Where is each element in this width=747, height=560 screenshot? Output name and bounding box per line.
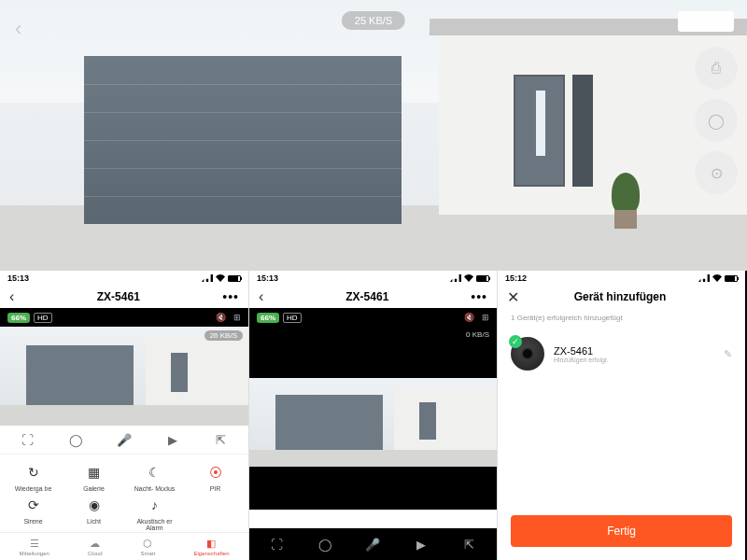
status-time: 15:13 [7,273,29,283]
tab-bar: ☰Mitteilungen ☁Cloud ⬡Smart ◧Eigenschaft… [0,532,248,560]
signal-icon [450,274,461,282]
success-subtitle: 1 Gerät(e) erfolgreich hinzugefügt [498,308,745,328]
grid-icon[interactable]: ⊞ [482,313,489,322]
status-bar: 15:13 [249,271,497,286]
nav-bar: ‹ ZX-5461 ••• [0,286,248,308]
nav-bar: ‹ ZX-5461 ••• [249,286,497,308]
feature-acoustic-alarm[interactable]: ♪Akustisch er Alarm [125,495,184,532]
battery-badge: 66% [7,313,30,323]
camera-feed[interactable]: 0 KB/S [249,327,497,510]
phone-screen-2: 15:13 ‹ ZX-5461 ••• 66% HD 🔇 ⊞ 0 KB/S ⛶ … [248,271,497,560]
battery-icon [476,275,489,282]
device-row: ✓ ZX-5461 Hinzufügen erfolgr. ✎ [498,328,745,380]
wifi-icon [216,274,225,282]
device-status: Hinzufügen erfolgr. [554,357,714,363]
nav-bar: ✕ Gerät hinzufügen [498,286,745,308]
expand-icon[interactable]: ⇱ [212,431,229,448]
expand-icon[interactable]: ⇱ [460,536,477,553]
wifi-icon [464,274,473,282]
record-icon[interactable]: ▶ [413,536,430,553]
feature-pir[interactable]: ⦿PIR [186,462,245,493]
status-time: 15:12 [505,273,527,283]
mute-icon[interactable]: 🔇 [464,313,474,322]
page-title: ZX-5461 [345,290,388,303]
phone-screen-1: 15:13 ‹ ZX-5461 ••• 66% HD 🔇 ⊞ 26 KB/S ⛶… [0,271,248,560]
device-name: ZX-5461 [554,345,714,357]
page-title: Gerät hinzufügen [574,287,667,307]
quality-badge[interactable]: HD [283,313,302,323]
signal-icon [202,274,213,282]
top-right-badge [678,11,734,32]
done-button[interactable]: Fertig [511,515,732,547]
back-button[interactable]: ‹ [259,288,263,305]
status-bar: 15:13 [0,271,248,286]
feature-siren[interactable]: ⟳Sirene [4,495,63,532]
feature-gallery[interactable]: ▦Galerie [64,462,123,493]
phone-screen-3: 15:12 ✕ Gerät hinzufügen 1 Gerät(e) erfo… [497,271,745,560]
wifi-icon [712,274,722,282]
feature-light[interactable]: ◉Licht [64,495,123,532]
battery-icon [725,275,738,282]
mic-icon[interactable]: 🎤 [116,431,133,448]
control-row: ⛶ ◯ 🎤 ▶ ⇱ [249,528,497,560]
tab-cloud[interactable]: ☁Cloud [88,538,103,556]
tab-notifications[interactable]: ☰Mitteilungen [19,538,49,556]
screenshot-button[interactable]: ⎙ [695,47,738,90]
control-row: ⛶ ◯ 🎤 ▶ ⇱ [0,426,248,455]
page-title: ZX-5461 [97,290,140,303]
feature-playback[interactable]: ↻Wiederga be [4,462,63,493]
check-icon: ✓ [509,335,522,348]
battery-icon [228,275,241,282]
fullscreen-icon[interactable]: ⛶ [269,536,286,553]
record-icon[interactable]: ▶ [164,431,181,448]
record-button[interactable]: ⊙ [695,151,738,194]
close-button[interactable]: ✕ [507,288,519,306]
camera-feed[interactable]: 26 KB/S [0,327,248,426]
more-button[interactable]: ••• [222,289,239,304]
grid-icon[interactable]: ⊞ [233,313,241,322]
status-bar: 15:12 [498,271,745,286]
mic-icon[interactable]: 🎤 [364,536,381,553]
status-time: 15:13 [257,273,278,283]
device-icon: ✓ [511,337,544,371]
tab-properties[interactable]: ◧Eigenschaften [193,538,229,556]
fullscreen-icon[interactable]: ⛶ [20,431,36,448]
tab-smart[interactable]: ⬡Smart [140,538,155,556]
mute-icon[interactable]: 🔇 [216,313,226,322]
bitrate-chip: 26 KB/S [204,330,243,341]
more-button[interactable]: ••• [471,289,487,304]
snapshot-icon[interactable]: ◯ [317,536,333,553]
back-icon[interactable]: ‹ [15,17,21,41]
camera-info-bar: 66% HD 🔇 ⊞ [0,308,248,327]
signal-icon [698,274,710,282]
quality-badge[interactable]: HD [34,313,52,323]
camera-scene [0,0,747,271]
bitrate-text: 0 KB/S [466,330,489,339]
snapshot-icon[interactable]: ◯ [67,431,84,448]
edit-icon[interactable]: ✎ [724,348,732,360]
talk-button[interactable]: ◯ [695,99,738,142]
feature-grid: ↻Wiederga be ▦Galerie ☾Nacht- Modus ⦿PIR… [0,455,248,539]
live-camera-view: ‹ 25 KB/S ⎙ ◯ ⊙ [0,0,747,271]
back-button[interactable]: ‹ [9,288,14,305]
bitrate-badge: 25 KB/S [342,11,405,30]
feature-nightmode[interactable]: ☾Nacht- Modus [125,462,184,493]
camera-info-bar: 66% HD 🔇 ⊞ [249,308,497,327]
battery-badge: 66% [257,313,279,323]
